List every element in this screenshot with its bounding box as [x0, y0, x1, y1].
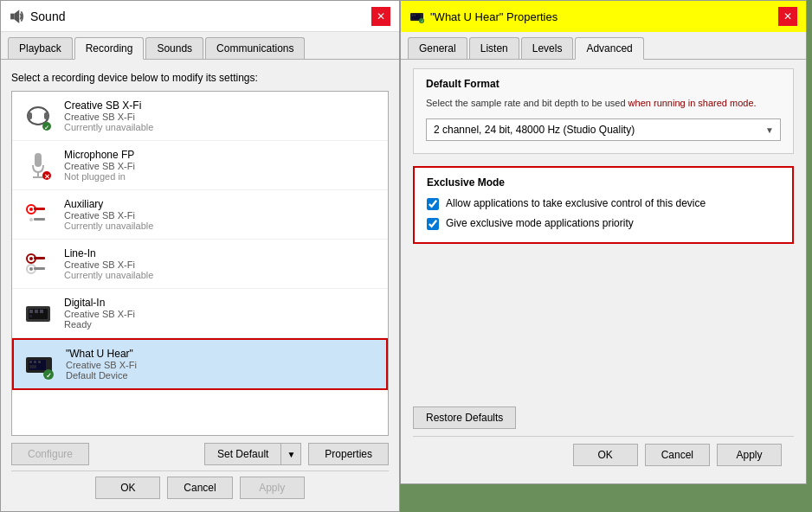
format-select-wrapper: 2 channel, 24 bit, 48000 Hz (Studio Qual…	[426, 118, 781, 141]
device-item-line-in[interactable]: Line-In Creative SB X-Fi Currently unava…	[12, 240, 388, 289]
device-driver-creative-xfi: Creative SB X-Fi	[64, 112, 153, 122]
svg-rect-21	[34, 267, 45, 270]
sound-footer-bottom: OK Cancel Apply	[11, 470, 389, 502]
device-name-auxiliary: Auxiliary	[64, 198, 153, 210]
restore-defaults-button[interactable]: Restore Defaults	[413, 406, 516, 429]
device-icon-what-u-hear: ✓	[23, 347, 57, 381]
device-name-line-in: Line-In	[64, 247, 153, 259]
exclusive-control-checkbox[interactable]	[427, 198, 439, 210]
props-advanced-content: Default Format Select the sample rate an…	[401, 60, 806, 483]
device-info-what-u-hear: "What U Hear" Creative SB X-Fi Default D…	[66, 348, 137, 381]
props-ok-button[interactable]: OK	[573, 444, 638, 466]
configure-button[interactable]: Configure	[11, 443, 89, 465]
device-name-what-u-hear: "What U Hear"	[66, 348, 137, 360]
device-driver-microphone-fp: Creative SB X-Fi	[64, 161, 135, 171]
speaker-icon	[10, 9, 25, 24]
sound-cancel-button[interactable]: Cancel	[167, 477, 232, 499]
props-tab-advanced[interactable]: Advanced	[575, 37, 643, 60]
tab-communications[interactable]: Communications	[205, 37, 305, 59]
svg-marker-1	[15, 10, 20, 23]
device-status-microphone-fp: Not plugged in	[64, 171, 135, 182]
device-item-digital-in[interactable]: Digital-In Creative SB X-Fi Ready	[12, 289, 388, 338]
headset-icon: ✓	[23, 100, 54, 131]
svg-rect-27	[35, 310, 38, 313]
device-info-digital-in: Digital-In Creative SB X-Fi Ready	[64, 297, 135, 330]
svg-rect-3	[28, 112, 32, 119]
default-format-desc: Select the sample rate and bit depth to …	[426, 97, 781, 110]
svg-rect-41	[415, 15, 416, 16]
svg-rect-7	[35, 153, 42, 167]
set-default-button[interactable]: Set Default	[204, 443, 280, 465]
device-icon-auxiliary	[21, 197, 55, 232]
device-item-microphone-fp[interactable]: ✕ Microphone FP Creative SB X-Fi Not plu…	[12, 141, 388, 190]
svg-rect-32	[29, 361, 32, 363]
format-select[interactable]: 2 channel, 24 bit, 48000 Hz (Studio Qual…	[426, 118, 781, 141]
svg-rect-14	[34, 208, 45, 210]
set-default-arrow-button[interactable]: ▼	[280, 443, 301, 465]
exclusive-mode-title: Exclusive Mode	[427, 176, 780, 189]
device-driver-what-u-hear: Creative SB X-Fi	[66, 360, 137, 370]
device-driver-digital-in: Creative SB X-Fi	[64, 309, 135, 319]
default-format-section: Default Format Select the sample rate an…	[413, 68, 794, 154]
device-item-auxiliary[interactable]: Auxiliary Creative SB X-Fi Currently una…	[12, 190, 388, 240]
device-icon-creative-xfi: ✓	[21, 99, 55, 133]
svg-rect-26	[29, 310, 33, 313]
default-format-title: Default Format	[426, 78, 781, 90]
properties-button[interactable]: Properties	[308, 443, 389, 465]
device-list: ✓ Creative SB X-Fi Creative SB X-Fi Curr…	[12, 92, 388, 435]
props-tabs-bar: General Listen Levels Advanced	[401, 32, 806, 60]
device-icon-line-in	[21, 246, 55, 281]
tab-sounds[interactable]: Sounds	[145, 37, 203, 59]
device-status-digital-in: Ready	[64, 319, 135, 330]
aux-icon	[23, 199, 54, 230]
svg-text:✓: ✓	[44, 125, 49, 131]
props-tab-listen[interactable]: Listen	[469, 37, 519, 59]
svg-text:✓: ✓	[421, 19, 423, 23]
props-soundcard-icon: ✓	[409, 9, 425, 24]
sound-dialog-titlebar: Sound ✕	[1, 1, 399, 32]
device-list-container: ✓ Creative SB X-Fi Creative SB X-Fi Curr…	[11, 91, 389, 436]
device-item-creative-xfi[interactable]: ✓ Creative SB X-Fi Creative SB X-Fi Curr…	[12, 92, 388, 141]
sound-ok-button[interactable]: OK	[95, 477, 160, 499]
props-tab-levels[interactable]: Levels	[521, 37, 574, 59]
sound-footer-main: Configure Set Default ▼ Properties	[11, 436, 389, 470]
device-icon-digital-in	[21, 296, 55, 330]
svg-text:✓: ✓	[46, 372, 52, 380]
instruction-text: Select a recording device below to modif…	[11, 72, 389, 84]
props-cancel-button[interactable]: Cancel	[645, 444, 710, 466]
props-title: ✓ "What U Hear" Properties	[409, 9, 557, 24]
microphone-icon: ✕	[23, 150, 54, 181]
device-status-auxiliary: Currently unavailable	[64, 221, 153, 231]
set-default-split: Set Default ▼	[204, 443, 301, 465]
props-close-button[interactable]: ✕	[778, 7, 797, 26]
sound-close-button[interactable]: ✕	[371, 7, 390, 26]
tab-playback[interactable]: Playback	[8, 37, 73, 59]
device-driver-auxiliary: Creative SB X-Fi	[64, 210, 153, 221]
sound-dialog-content: Select a recording device below to modif…	[1, 60, 399, 511]
device-info-microphone-fp: Microphone FP Creative SB X-Fi Not plugg…	[64, 149, 135, 182]
default-format-desc-part1: Select the sample rate and bit depth to …	[426, 98, 628, 108]
restore-defaults-container: Restore Defaults	[413, 406, 794, 429]
props-apply-button[interactable]: Apply	[717, 444, 782, 466]
exclusive-control-row: Allow applications to take exclusive con…	[427, 197, 780, 210]
props-tab-general[interactable]: General	[408, 37, 467, 59]
device-item-what-u-hear[interactable]: ✓ "What U Hear" Creative SB X-Fi Default…	[12, 338, 388, 390]
svg-rect-40	[412, 15, 414, 16]
soundcard-icon: ✓	[24, 349, 55, 380]
svg-rect-15	[34, 218, 45, 221]
sound-apply-button[interactable]: Apply	[240, 477, 305, 499]
device-name-digital-in: Digital-In	[64, 297, 135, 309]
line-in-icon	[23, 248, 54, 279]
sound-dialog: Sound ✕ Playback Recording Sounds Commun…	[0, 0, 400, 512]
device-info-creative-xfi: Creative SB X-Fi Creative SB X-Fi Curren…	[64, 99, 153, 132]
tab-recording[interactable]: Recording	[74, 37, 145, 60]
sound-tabs-bar: Playback Recording Sounds Communications	[1, 32, 399, 60]
svg-rect-9	[33, 176, 43, 178]
device-name-microphone-fp: Microphone FP	[64, 149, 135, 161]
sound-title-text: Sound	[30, 10, 65, 23]
props-titlebar: ✓ "What U Hear" Properties ✕	[401, 1, 806, 32]
svg-rect-4	[44, 112, 48, 119]
props-footer: OK Cancel Apply	[413, 436, 794, 475]
exclusive-priority-checkbox[interactable]	[427, 218, 439, 230]
svg-point-23	[29, 267, 33, 271]
